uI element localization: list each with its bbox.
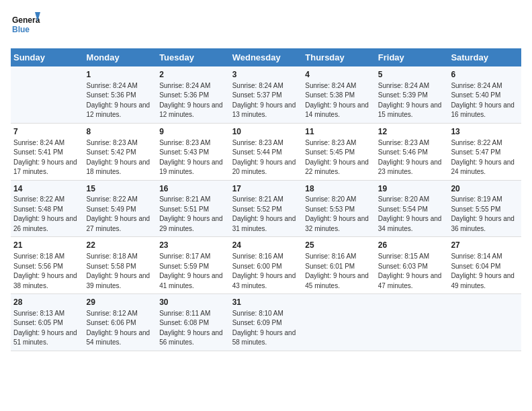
day-number: 25 [305, 240, 373, 251]
day-info: Sunrise: 8:23 AMSunset: 5:46 PMDaylight:… [378, 138, 446, 177]
calendar-week-row: 28 Sunrise: 8:13 AMSunset: 6:05 PMDaylig… [11, 294, 521, 351]
calendar-cell: 22 Sunrise: 8:18 AMSunset: 5:58 PMDaylig… [84, 237, 157, 294]
day-info: Sunrise: 8:18 AMSunset: 5:58 PMDaylight:… [87, 252, 154, 291]
calendar-cell [375, 294, 449, 351]
day-number: 4 [305, 69, 373, 81]
calendar-cell: 30 Sunrise: 8:11 AMSunset: 6:08 PMDaylig… [157, 294, 230, 351]
day-number: 20 [451, 183, 519, 195]
day-info: Sunrise: 8:24 AMSunset: 5:39 PMDaylight:… [378, 81, 446, 120]
day-info: Sunrise: 8:20 AMSunset: 5:54 PMDaylight:… [378, 195, 446, 234]
day-info: Sunrise: 8:20 AMSunset: 5:53 PMDaylight:… [305, 195, 373, 234]
day-number: 29 [87, 297, 154, 308]
day-number: 9 [159, 126, 227, 138]
day-number: 30 [159, 297, 227, 308]
calendar-cell: 23 Sunrise: 8:17 AMSunset: 5:59 PMDaylig… [157, 237, 230, 294]
calendar-body: 1 Sunrise: 8:24 AMSunset: 5:36 PMDayligh… [11, 66, 521, 351]
page-header: General Blue [11, 11, 521, 40]
day-number: 23 [159, 240, 227, 251]
day-number: 10 [232, 126, 300, 138]
svg-text:General: General [12, 15, 40, 25]
calendar-week-row: 1 Sunrise: 8:24 AMSunset: 5:36 PMDayligh… [11, 66, 521, 123]
calendar-cell [448, 294, 521, 351]
day-number: 8 [87, 126, 154, 138]
day-info: Sunrise: 8:14 AMSunset: 6:04 PMDaylight:… [451, 252, 519, 291]
calendar-cell: 1 Sunrise: 8:24 AMSunset: 5:36 PMDayligh… [84, 66, 157, 123]
day-number: 3 [232, 69, 300, 81]
day-number: 26 [378, 240, 446, 251]
day-number: 13 [451, 126, 519, 138]
day-info: Sunrise: 8:22 AMSunset: 5:48 PMDaylight:… [13, 195, 81, 234]
header-tuesday: Tuesday [157, 48, 230, 66]
header-saturday: Saturday [448, 48, 521, 66]
day-info: Sunrise: 8:23 AMSunset: 5:45 PMDaylight:… [305, 138, 373, 177]
calendar-cell: 31 Sunrise: 8:10 AMSunset: 6:09 PMDaylig… [230, 294, 303, 351]
calendar-header-row: SundayMondayTuesdayWednesdayThursdayFrid… [11, 48, 521, 66]
calendar-week-row: 14 Sunrise: 8:22 AMSunset: 5:48 PMDaylig… [11, 180, 521, 237]
day-number: 31 [232, 297, 300, 308]
calendar-cell [302, 294, 375, 351]
day-number: 7 [13, 126, 81, 138]
day-number: 24 [232, 240, 300, 251]
day-info: Sunrise: 8:24 AMSunset: 5:38 PMDaylight:… [305, 81, 373, 120]
day-info: Sunrise: 8:24 AMSunset: 5:36 PMDaylight:… [87, 81, 154, 120]
day-number: 27 [451, 240, 519, 251]
day-number: 11 [305, 126, 373, 138]
calendar-cell: 10 Sunrise: 8:23 AMSunset: 5:44 PMDaylig… [230, 123, 303, 180]
calendar-week-row: 7 Sunrise: 8:24 AMSunset: 5:41 PMDayligh… [11, 123, 521, 180]
day-number: 18 [305, 183, 373, 195]
header-thursday: Thursday [302, 48, 375, 66]
day-number: 6 [451, 69, 519, 81]
day-info: Sunrise: 8:17 AMSunset: 5:59 PMDaylight:… [159, 252, 227, 291]
day-info: Sunrise: 8:24 AMSunset: 5:40 PMDaylight:… [451, 81, 519, 120]
day-number: 15 [87, 183, 154, 195]
day-info: Sunrise: 8:24 AMSunset: 5:37 PMDaylight:… [232, 81, 300, 120]
header-friday: Friday [375, 48, 449, 66]
day-info: Sunrise: 8:23 AMSunset: 5:43 PMDaylight:… [159, 138, 227, 177]
calendar-cell: 27 Sunrise: 8:14 AMSunset: 6:04 PMDaylig… [448, 237, 521, 294]
calendar-cell: 28 Sunrise: 8:13 AMSunset: 6:05 PMDaylig… [11, 294, 84, 351]
day-info: Sunrise: 8:16 AMSunset: 6:00 PMDaylight:… [232, 252, 300, 291]
calendar-cell: 8 Sunrise: 8:23 AMSunset: 5:42 PMDayligh… [84, 123, 157, 180]
calendar-cell: 29 Sunrise: 8:12 AMSunset: 6:06 PMDaylig… [84, 294, 157, 351]
day-number: 16 [159, 183, 227, 195]
calendar-cell: 24 Sunrise: 8:16 AMSunset: 6:00 PMDaylig… [230, 237, 303, 294]
day-number: 22 [87, 240, 154, 251]
day-info: Sunrise: 8:23 AMSunset: 5:44 PMDaylight:… [232, 138, 300, 177]
calendar-cell: 12 Sunrise: 8:23 AMSunset: 5:46 PMDaylig… [375, 123, 449, 180]
svg-text:Blue: Blue [12, 25, 30, 34]
day-number: 12 [378, 126, 446, 138]
calendar-cell: 16 Sunrise: 8:21 AMSunset: 5:51 PMDaylig… [157, 180, 230, 237]
header-wednesday: Wednesday [230, 48, 303, 66]
day-info: Sunrise: 8:13 AMSunset: 6:05 PMDaylight:… [13, 309, 81, 348]
calendar-cell: 26 Sunrise: 8:15 AMSunset: 6:03 PMDaylig… [375, 237, 449, 294]
calendar-cell: 4 Sunrise: 8:24 AMSunset: 5:38 PMDayligh… [302, 66, 375, 123]
day-info: Sunrise: 8:12 AMSunset: 6:06 PMDaylight:… [87, 309, 154, 348]
calendar-cell [11, 66, 84, 123]
day-number: 21 [13, 240, 81, 251]
day-info: Sunrise: 8:24 AMSunset: 5:41 PMDaylight:… [13, 138, 81, 177]
logo: General Blue [11, 11, 40, 40]
day-number: 17 [232, 183, 300, 195]
day-info: Sunrise: 8:24 AMSunset: 5:36 PMDaylight:… [159, 81, 227, 120]
calendar-cell: 18 Sunrise: 8:20 AMSunset: 5:53 PMDaylig… [302, 180, 375, 237]
day-info: Sunrise: 8:21 AMSunset: 5:51 PMDaylight:… [159, 195, 227, 234]
calendar-cell: 19 Sunrise: 8:20 AMSunset: 5:54 PMDaylig… [375, 180, 449, 237]
day-number: 2 [159, 69, 227, 81]
calendar-cell: 3 Sunrise: 8:24 AMSunset: 5:37 PMDayligh… [230, 66, 303, 123]
day-info: Sunrise: 8:18 AMSunset: 5:56 PMDaylight:… [13, 252, 81, 291]
day-number: 1 [87, 69, 154, 81]
calendar-cell: 5 Sunrise: 8:24 AMSunset: 5:39 PMDayligh… [375, 66, 449, 123]
header-sunday: Sunday [11, 48, 84, 66]
calendar-cell: 15 Sunrise: 8:22 AMSunset: 5:49 PMDaylig… [84, 180, 157, 237]
header-monday: Monday [84, 48, 157, 66]
calendar-cell: 9 Sunrise: 8:23 AMSunset: 5:43 PMDayligh… [157, 123, 230, 180]
day-info: Sunrise: 8:16 AMSunset: 6:01 PMDaylight:… [305, 252, 373, 291]
day-info: Sunrise: 8:11 AMSunset: 6:08 PMDaylight:… [159, 309, 227, 348]
day-info: Sunrise: 8:21 AMSunset: 5:52 PMDaylight:… [232, 195, 300, 234]
day-number: 28 [13, 297, 81, 308]
day-number: 14 [13, 183, 81, 195]
day-info: Sunrise: 8:15 AMSunset: 6:03 PMDaylight:… [378, 252, 446, 291]
calendar-cell: 21 Sunrise: 8:18 AMSunset: 5:56 PMDaylig… [11, 237, 84, 294]
calendar-cell: 13 Sunrise: 8:22 AMSunset: 5:47 PMDaylig… [448, 123, 521, 180]
calendar-cell: 2 Sunrise: 8:24 AMSunset: 5:36 PMDayligh… [157, 66, 230, 123]
